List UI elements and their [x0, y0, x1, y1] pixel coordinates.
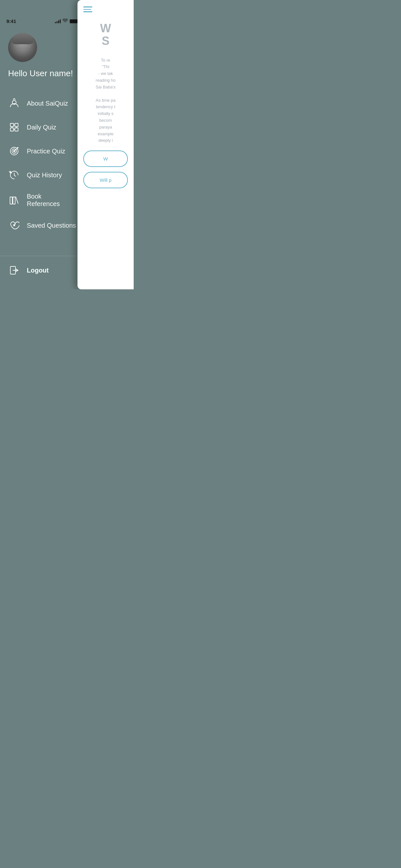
saved-questions-label: Saved Questions	[27, 222, 76, 229]
puzzle-icon	[8, 121, 20, 133]
svg-rect-3	[10, 128, 13, 131]
target-icon	[8, 145, 20, 157]
time-display: 9:41	[6, 19, 16, 24]
about-label: About SaiQuiz	[27, 100, 68, 107]
sidebar-item-daily-quiz[interactable]: Daily Quiz	[0, 115, 84, 139]
sidebar-item-practice-quiz[interactable]: Practice Quiz	[0, 139, 84, 163]
logout-button[interactable]: Logout	[0, 256, 84, 289]
svg-rect-1	[10, 123, 13, 127]
svg-rect-10	[13, 197, 15, 204]
daily-quiz-label: Daily Quiz	[27, 124, 56, 131]
status-icons	[55, 19, 78, 24]
wifi-icon	[63, 19, 68, 24]
signal-icon	[55, 20, 61, 23]
book-references-label: Book References	[27, 193, 76, 208]
books-icon	[8, 194, 20, 206]
main-title: WS	[83, 22, 128, 48]
logout-icon	[8, 264, 20, 276]
sidebar-item-quiz-history[interactable]: Quiz History	[0, 163, 84, 187]
history-icon	[8, 169, 20, 181]
hamburger-icon	[83, 6, 128, 12]
sidebar-item-about[interactable]: About SaiQuiz	[0, 91, 84, 115]
main-body-paragraph-1: To re"Thi- we takreading hoSai Baba's	[83, 57, 128, 91]
logout-label: Logout	[27, 267, 49, 274]
svg-rect-4	[15, 128, 18, 131]
quiz-history-label: Quiz History	[27, 172, 62, 179]
sidebar: 9:41 Hello Us	[0, 0, 84, 289]
battery-icon	[70, 20, 78, 23]
greeting-text: Hello User name!	[8, 68, 76, 79]
avatar	[8, 33, 37, 62]
main-content-panel: WS To re"Thi- we takreading hoSai Baba's…	[78, 0, 134, 289]
main-body-paragraph-2: As time patendency tinitially sbecompara…	[83, 97, 128, 144]
svg-rect-2	[15, 123, 18, 127]
sidebar-header: Hello User name!	[0, 27, 84, 88]
status-bar: 9:41	[0, 14, 84, 27]
action-button-1[interactable]: W	[83, 151, 128, 167]
sidebar-item-book-references[interactable]: Book References	[0, 187, 84, 213]
sidebar-item-saved-questions[interactable]: Saved Questions	[0, 213, 84, 237]
practice-quiz-label: Practice Quiz	[27, 148, 65, 155]
svg-rect-9	[10, 197, 12, 204]
nav-list: About SaiQuiz Daily Quiz	[0, 88, 84, 256]
heart-star-icon	[8, 219, 20, 231]
person-crown-icon	[8, 97, 20, 110]
hamburger-button[interactable]	[83, 6, 128, 12]
action-button-2[interactable]: Will p	[83, 172, 128, 188]
